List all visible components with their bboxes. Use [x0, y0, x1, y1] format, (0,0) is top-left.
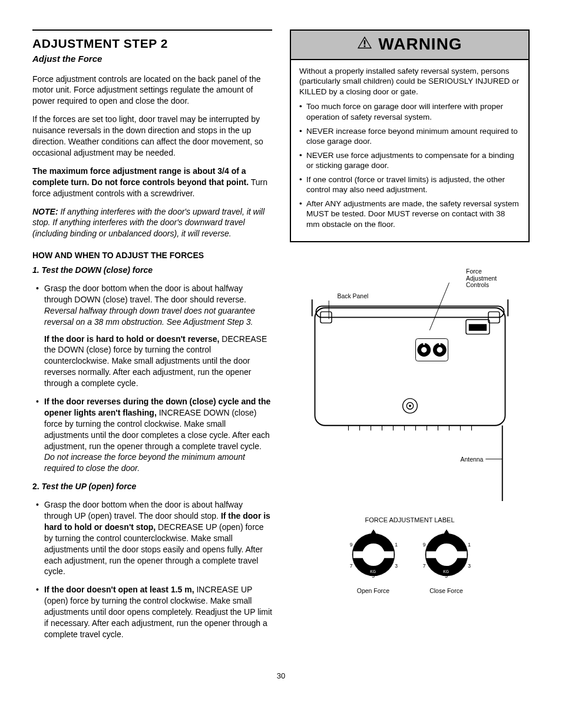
bold-span: The maximum force adjustment range is ab… — [32, 166, 249, 187]
svg-point-15 — [421, 347, 427, 353]
svg-text:3: 3 — [395, 563, 398, 569]
sub-para: If the door is hard to hold or doesn't r… — [44, 334, 272, 389]
step-num: 1. — [32, 265, 39, 275]
warning-body: Without a properly installed safety reve… — [291, 60, 528, 242]
warning-icon — [357, 33, 372, 55]
motor-diagram: ForceAdjustmentControls Back Panel — [290, 266, 530, 509]
step-num: 2. — [32, 482, 39, 491]
page-number: 30 — [32, 671, 530, 681]
para: The maximum force adjustment range is ab… — [32, 166, 272, 199]
svg-rect-51 — [426, 551, 467, 558]
step1-bullets: Grasp the door bottom when the door is a… — [32, 283, 272, 474]
list-item: If the door doesn't open at least 1.5 m,… — [32, 584, 272, 640]
span: Grasp the door bottom when the door is a… — [44, 500, 243, 521]
svg-rect-17 — [423, 340, 425, 345]
close-force-dial: 9 1 7 3 5 KG Close Force — [418, 529, 475, 595]
how-when-heading: HOW AND WHEN TO ADJUST THE FORCES — [32, 250, 272, 261]
open-force-dial: 9 1 7 3 5 KG Open Force — [345, 529, 402, 595]
force-label-diagram: FORCE ADJUSTMENT LABEL 9 1 7 3 5 — [290, 516, 530, 595]
note-text: If anything interferes with the door's u… — [32, 207, 265, 239]
ital-span: Reversal halfway through down travel doe… — [44, 306, 255, 327]
bold-span: If the door is hard to hold or doesn't r… — [44, 334, 219, 344]
step1-label: 1. Test the DOWN (close) force — [32, 265, 272, 276]
svg-rect-11 — [468, 324, 486, 331]
warning-intro: Without a properly installed safety reve… — [299, 66, 520, 97]
svg-rect-39 — [353, 551, 394, 558]
list-item: Grasp the door bottom when the door is a… — [32, 499, 272, 577]
svg-marker-53 — [443, 529, 449, 535]
step2-label: 2. Test the UP (open) force — [32, 481, 272, 492]
list-item: After ANY adjustments are made, the safe… — [299, 199, 520, 230]
dial-svg: 9 1 7 3 5 KG — [345, 529, 402, 580]
right-column: WARNING Without a properly installed saf… — [290, 29, 530, 647]
bold-span: If the door doesn't open at least 1.5 m, — [44, 585, 194, 594]
svg-marker-41 — [370, 529, 376, 535]
left-column: ADJUSTMENT STEP 2 Adjust the Force Force… — [32, 29, 272, 647]
list-item: Grasp the door bottom when the door is a… — [32, 283, 272, 389]
svg-rect-0 — [364, 40, 366, 44]
svg-text:9: 9 — [349, 541, 352, 547]
list-item: NEVER use force adjustments to compensat… — [299, 150, 520, 171]
para: If the forces are set too light, door tr… — [32, 114, 272, 159]
list-item: If one control (force or travel limits) … — [299, 174, 520, 195]
step-text: Test the UP (open) force — [42, 482, 137, 491]
callout-force: ForceAdjustmentControls — [466, 269, 497, 289]
svg-text:KG: KG — [370, 569, 376, 573]
ital-span: Do not increase the force beyond the min… — [44, 452, 245, 473]
step-text: Test the DOWN (close) force — [42, 265, 153, 275]
svg-rect-18 — [438, 340, 440, 345]
warning-title: WARNING — [378, 33, 462, 55]
dial-svg: 9 1 7 3 5 KG — [418, 529, 475, 580]
svg-text:1: 1 — [395, 541, 398, 547]
svg-text:9: 9 — [422, 541, 425, 547]
svg-text:7: 7 — [422, 563, 425, 569]
motor-svg: ForceAdjustmentControls Back Panel — [298, 266, 522, 507]
list-item: If the door reverses during the down (cl… — [32, 396, 272, 474]
step2-bullets: Grasp the door bottom when the door is a… — [32, 499, 272, 640]
warning-list: Too much force on garage door will inter… — [299, 101, 520, 229]
note-label: NOTE: — [32, 207, 58, 216]
note: NOTE: If anything interferes with the do… — [32, 206, 272, 240]
force-label-heading: FORCE ADJUSTMENT LABEL — [290, 516, 530, 525]
list-item: NEVER increase force beyond minimum amou… — [299, 126, 520, 147]
list-item: Too much force on garage door will inter… — [299, 101, 520, 122]
open-force-caption: Open Force — [345, 587, 402, 595]
svg-point-21 — [409, 405, 411, 407]
rule — [32, 29, 272, 31]
warning-box: WARNING Without a properly installed saf… — [290, 29, 530, 242]
step-subtitle: Adjust the Force — [32, 53, 272, 65]
span: Grasp the door bottom when the door is a… — [44, 284, 246, 304]
callout-antenna: Antenna — [460, 456, 483, 463]
callout-back-panel: Back Panel — [337, 294, 368, 300]
step-title: ADJUSTMENT STEP 2 — [32, 35, 272, 52]
svg-text:KG: KG — [443, 569, 449, 573]
svg-rect-1 — [364, 45, 366, 47]
svg-text:7: 7 — [349, 563, 352, 569]
svg-text:1: 1 — [468, 541, 471, 547]
svg-point-16 — [437, 347, 442, 353]
para: Force adjustment controls are located on… — [32, 74, 272, 107]
warning-heading: WARNING — [291, 31, 528, 60]
svg-text:3: 3 — [468, 563, 471, 569]
close-force-caption: Close Force — [418, 587, 475, 595]
